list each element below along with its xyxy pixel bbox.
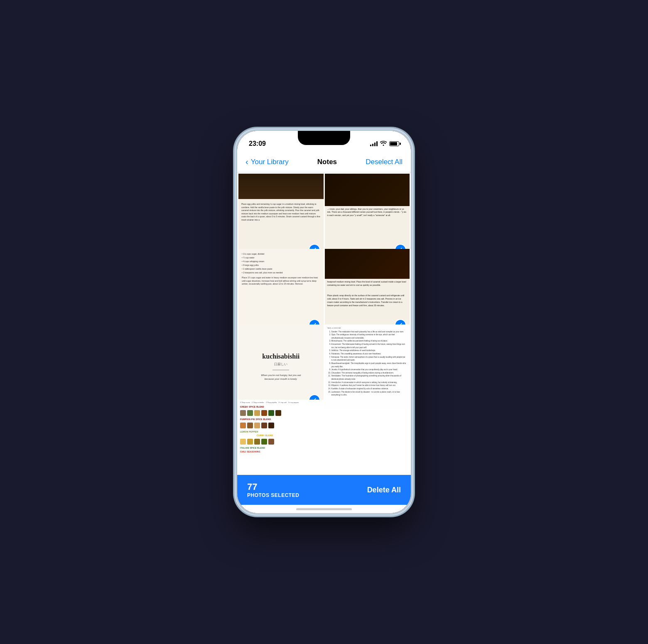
pumpkin-blend-label: PUMPKIN PIE SPICE BLEND <box>240 418 322 420</box>
deselect-all-button[interactable]: Deselect All <box>366 158 403 166</box>
nav-back-label[interactable]: Your Library <box>251 158 289 166</box>
screen: 23:09 <box>237 131 411 513</box>
phone-frame: 23:09 <box>235 128 413 516</box>
status-icons <box>370 140 399 147</box>
photo-cell-2[interactable]: ...r mom, your dad, your siblings, than … <box>325 174 410 259</box>
chili-seasoning-label: CHILI SEASONING <box>240 450 322 453</box>
nav-title: Notes <box>317 158 337 166</box>
home-indicator <box>237 505 411 513</box>
photo-cell-3[interactable]: 1¾ cups sugar, divided ½ cup water 4 cup… <box>238 249 324 334</box>
back-button[interactable]: ‹ Your Library <box>245 157 289 167</box>
chevron-left-icon: ‹ <box>245 157 248 167</box>
word-list-content: TASK-4-ICEICEMI Sonder: The realization … <box>325 324 410 410</box>
photo-cell-6[interactable]: TASK-4-ICEICEMI Sonder: The realization … <box>325 324 410 410</box>
nav-bar: ‹ Your Library Notes Deselect All <box>237 152 411 172</box>
notch <box>298 131 350 145</box>
status-time: 23:09 <box>249 140 266 147</box>
spice-chart-content: 2 Tbsp cumin 2 Tbsp coriander 2 Tbsp pap… <box>238 400 324 475</box>
photo-cell-4[interactable]: heatproof medium mixing bowl. Place the … <box>325 249 410 334</box>
bottom-bar: 77 PHOTOS SELECTED Delete All <box>237 475 411 505</box>
photo-cell-5[interactable]: kuchisabishii 口寂しい When you're not hungr… <box>238 324 324 410</box>
delete-all-button[interactable]: Delete All <box>367 486 401 494</box>
photo-grid: Place egg yolks and remaining ¾ cup suga… <box>237 172 411 475</box>
lemon-pepper-label: LEMON PEPPER <box>240 430 322 433</box>
photo-cell-7[interactable]: 2 Tbsp cumin 2 Tbsp coriander 2 Tbsp pap… <box>238 400 324 475</box>
signal-bars-icon <box>370 141 378 146</box>
photo-cell-1[interactable]: Place egg yolks and remaining ¾ cup suga… <box>238 174 324 259</box>
selection-label: PHOTOS SELECTED <box>247 492 299 498</box>
wifi-icon <box>380 140 387 147</box>
curry-blend-label: CURRY BLEND <box>257 434 322 437</box>
italian-blend-label: ITALIAN SPICE BLEND <box>240 447 322 449</box>
battery-icon <box>389 141 399 146</box>
greek-blend-label: GREEK SPICE BLEND <box>240 406 322 408</box>
phone-inner: 23:09 <box>237 131 411 513</box>
status-bar: 23:09 <box>237 131 411 152</box>
home-bar <box>296 508 352 510</box>
selection-info: 77 PHOTOS SELECTED <box>247 482 299 498</box>
selection-count: 77 <box>247 482 299 492</box>
